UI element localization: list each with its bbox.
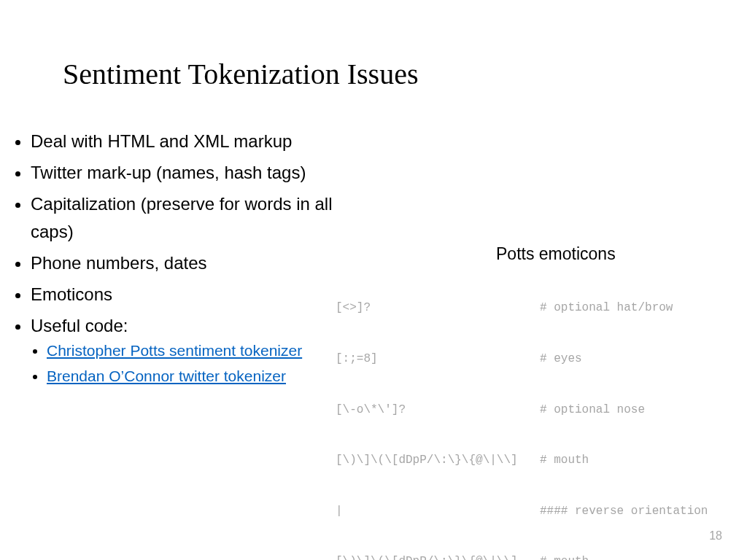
page-number: 18	[709, 529, 722, 542]
bullet-item: Phone numbers, dates	[31, 249, 365, 276]
code-pattern: [\)\]\(\[dDpP/\:\}\{@\|\\]	[336, 452, 540, 469]
code-comment: # optional hat/brow	[540, 300, 673, 316]
code-line: |#### reverse orientation	[336, 503, 708, 520]
code-line: [\-o\*\']?# optional nose	[336, 402, 708, 419]
bullet-item: Deal with HTML and XML markup	[31, 128, 365, 155]
bullet-item: Useful code: Christopher Potts sentiment…	[31, 312, 365, 388]
code-line: [:;=8]# eyes	[336, 351, 708, 368]
code-pattern: [:;=8]	[336, 351, 540, 368]
code-comment: # eyes	[540, 351, 582, 368]
code-comment: # optional nose	[540, 402, 645, 419]
bullet-item: Capitalization (preserve for words in al…	[31, 190, 365, 244]
bullet-list: Deal with HTML and XML markup Twitter ma…	[15, 128, 365, 392]
code-comment: # mouth	[540, 553, 589, 560]
sub-bullet-item: Christopher Potts sentiment tokenizer	[47, 339, 365, 363]
code-line: [\)\]\(\[dDpP/\:\}\{@\|\\]# mouth	[336, 452, 708, 469]
code-line: [\)\]\(\[dDpP/\:\}\{@\|\\]# mouth	[336, 553, 708, 560]
code-comment: #### reverse orientation	[540, 503, 708, 520]
link-oconnor-tokenizer[interactable]: Brendan O’Connor twitter tokenizer	[47, 368, 286, 384]
code-pattern: [\-o\*\']?	[336, 402, 540, 419]
sub-bullet-item: Brendan O’Connor twitter tokenizer	[47, 365, 365, 389]
emoticons-heading: Potts emoticons	[496, 244, 616, 264]
link-potts-tokenizer[interactable]: Christopher Potts sentiment tokenizer	[47, 342, 302, 359]
code-line: [<>]?# optional hat/brow	[336, 300, 708, 316]
regex-code-block: [<>]?# optional hat/brow [:;=8]# eyes [\…	[336, 266, 708, 560]
bullet-item: Emoticons	[31, 281, 365, 308]
code-pattern: [\)\]\(\[dDpP/\:\}\{@\|\\]	[336, 553, 540, 560]
code-pattern: |	[336, 503, 540, 520]
code-pattern: [<>]?	[336, 300, 540, 316]
slide-title: Sentiment Tokenization Issues	[63, 57, 419, 91]
bullet-label: Useful code:	[31, 316, 128, 335]
code-comment: # mouth	[540, 452, 589, 469]
slide: Sentiment Tokenization Issues Deal with …	[0, 0, 747, 560]
bullet-item: Twitter mark-up (names, hash tags)	[31, 159, 365, 186]
